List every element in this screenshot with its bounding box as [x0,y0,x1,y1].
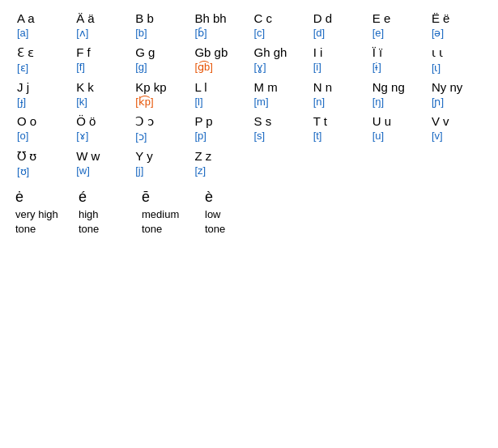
alphabet-grid: A a[a]Ä ä[ʌ]B b[b]Bh bh[ɓ]C c[c]D d[d]E … [12,8,486,181]
ipa-symbol: [u] [372,130,422,142]
letter-label: K k [76,80,126,94]
letter-label: V v [432,114,481,128]
alphabet-cell: Ö ö[ɤ] [71,111,130,146]
letter-label: Ɔ ɔ [135,114,185,129]
alphabet-cell: Ä ä[ʌ] [71,8,130,42]
ipa-symbol: [o] [17,130,66,142]
alphabet-row: Ʊ ʊ[ʊ]W w[w]Y y[j]Z z[z] [12,146,486,181]
ipa-symbol: [ɤ] [76,130,126,142]
alphabet-cell: N n[n] [309,77,368,111]
letter-label: O o [17,114,66,128]
tone-character: è [205,189,262,206]
ipa-symbol: [ɛ] [17,62,66,74]
letter-label: B b [135,11,185,25]
ipa-symbol: [z] [194,164,244,177]
ipa-symbol: [f] [76,61,126,73]
letter-label: Ng ng [372,80,422,94]
ipa-symbol: [g͡b] [194,61,244,73]
alphabet-cell: Ɔ ɔ[ɔ] [130,111,189,146]
alphabet-cell: B b[b] [130,8,189,42]
ipa-symbol: [m] [254,96,304,108]
alphabet-cell [368,146,427,181]
tone-cell: éhightone [75,187,138,238]
alphabet-cell: Ny ny[ɲ] [427,77,486,111]
letter-label: Gb gb [194,45,244,59]
alphabet-cell: I i[i] [309,42,368,77]
tone-description: hightone [79,208,99,235]
ipa-symbol: [l] [194,96,244,108]
alphabet-cell: ɩ ɩ[ɩ] [427,42,486,77]
ipa-symbol: [w] [76,164,126,177]
tones-row: ėvery hightoneéhightoneēmediumtoneèlowto… [12,187,486,238]
letter-label: Ï ï [372,45,422,59]
letter-label: E e [372,11,422,25]
ipa-symbol: [g] [135,61,185,73]
alphabet-cell: Ʊ ʊ[ʊ] [12,146,71,181]
tone-cell: èlowtone [202,187,265,238]
alphabet-cell: E e[e] [368,8,427,42]
letter-label: L l [194,80,244,94]
letter-label: Kp kp [135,80,185,94]
tone-character: ē [142,189,198,206]
ipa-symbol: [v] [432,130,481,142]
ipa-symbol: [i] [313,61,363,73]
letter-label: Ë ë [432,11,481,25]
alphabet-cell: G g[g] [130,42,189,77]
ipa-symbol: [ɓ] [194,27,244,39]
ipa-symbol: [a] [17,27,66,39]
ipa-symbol: [p] [194,130,244,142]
ipa-symbol: [s] [254,130,304,142]
alphabet-cell: J j[ɟ] [12,77,71,111]
ipa-symbol: [b] [135,27,185,39]
letter-label: Y y [135,149,185,163]
alphabet-row: Ɛ ɛ[ɛ]F f[f]G g[g]Gb gb[g͡b]Gh gh[ɣ]I i[… [12,42,486,77]
alphabet-cell: Ɛ ɛ[ɛ] [12,42,71,77]
alphabet-cell: Z z[z] [189,146,249,181]
tone-cell: ēmediumtone [138,187,202,238]
alphabet-cell: M m[m] [249,77,309,111]
ipa-symbol: [ɟ] [17,96,66,108]
alphabet-row: A a[a]Ä ä[ʌ]B b[b]Bh bh[ɓ]C c[c]D d[d]E … [12,8,486,42]
alphabet-cell [427,146,486,181]
tone-description: lowtone [205,208,225,235]
letter-label: J j [17,80,66,94]
alphabet-cell [309,146,368,181]
alphabet-cell: Ï ï[ɨ] [368,42,427,77]
letter-label: Ny ny [432,80,481,94]
alphabet-cell: S s[s] [249,111,309,146]
letter-label: D d [313,11,363,25]
alphabet-cell: W w[w] [71,146,130,181]
ipa-symbol: [k͡p] [135,96,185,108]
alphabet-cell: U u[u] [368,111,427,146]
alphabet-cell: Kp kp[k͡p] [130,77,189,111]
tone-description: very hightone [15,208,58,235]
ipa-symbol: [d] [313,27,363,39]
letter-label: G g [135,45,185,59]
alphabet-cell: Gb gb[g͡b] [189,42,249,77]
ipa-symbol: [ə] [432,27,481,39]
tone-character: ė [15,189,72,206]
alphabet-cell: C c[c] [249,8,309,42]
ipa-symbol: [n] [313,96,363,108]
alphabet-cell: Ng ng[ŋ] [368,77,427,111]
ipa-symbol: [ʊ] [17,165,66,177]
ipa-symbol: [ɔ] [135,130,185,143]
ipa-symbol: [ɨ] [372,61,422,73]
tone-description: mediumtone [142,208,179,235]
ipa-symbol: [j] [135,164,185,177]
alphabet-cell: O o[o] [12,111,71,146]
letter-label: U u [372,114,422,128]
letter-label: M m [254,80,304,94]
alphabet-cell: K k[k] [71,77,130,111]
letter-label: I i [313,45,363,59]
letter-label: Gh gh [254,45,304,59]
letter-label: Ä ä [76,11,126,25]
letter-label: S s [254,114,304,128]
letter-label: P p [194,114,244,128]
ipa-symbol: [ɲ] [432,96,481,108]
alphabet-cell: D d[d] [309,8,368,42]
letter-label: ɩ ɩ [432,45,481,60]
letter-label: N n [313,80,363,94]
ipa-symbol: [ɣ] [254,61,304,73]
letter-label: F f [76,45,126,59]
